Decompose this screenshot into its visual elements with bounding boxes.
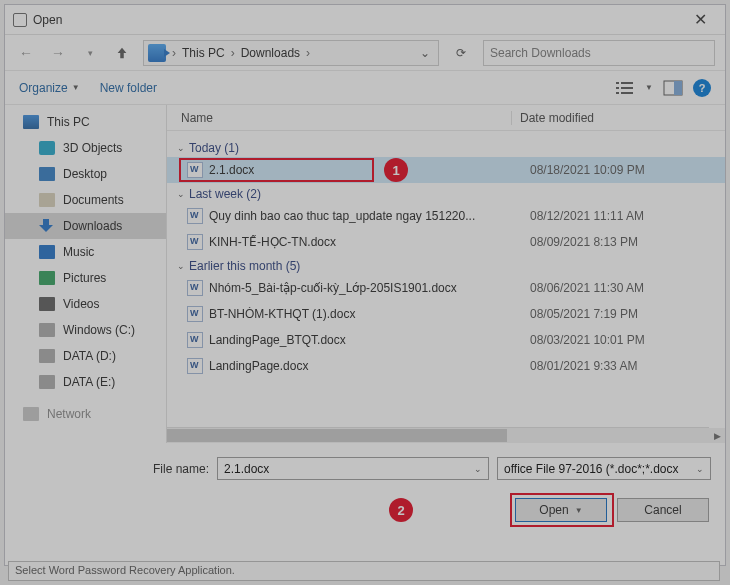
svg-rect-7 [674,81,682,95]
sidebar-item-music[interactable]: Music [5,239,166,265]
open-dialog: Open ✕ ← → ▾ › This PC › Downloads › ⌄ ⟳… [4,4,726,566]
chevron-right-icon: › [227,46,239,60]
view-list-icon[interactable] [615,80,635,96]
help-icon[interactable]: ? [693,79,711,97]
organize-menu[interactable]: Organize ▼ [19,81,80,95]
drive-icon [39,323,55,337]
sidebar-item-data-d[interactable]: DATA (D:) [5,343,166,369]
file-row[interactable]: LandingPage.docx08/01/2021 9:33 AM [167,353,725,379]
view-dropdown[interactable]: ▼ [645,83,653,92]
network-icon [23,407,39,421]
scrollbar-thumb[interactable] [167,429,507,442]
open-button[interactable]: Open ▼ [515,498,607,522]
chevron-right-icon: › [302,46,314,60]
documents-icon [39,193,55,207]
refresh-button[interactable]: ⟳ [449,41,473,65]
sidebar-item-videos[interactable]: Videos [5,291,166,317]
sidebar-item-documents[interactable]: Documents [5,187,166,213]
file-row[interactable]: Quy dinh bao cao thuc tap_update ngay 15… [167,203,725,229]
dialog-title: Open [33,13,684,27]
svg-rect-0 [616,82,619,84]
word-doc-icon [187,332,203,348]
chevron-down-icon[interactable]: ⌄ [474,464,482,474]
column-date[interactable]: Date modified [511,111,725,125]
back-button[interactable]: ← [15,42,37,64]
annotation-callout-1: 1 [384,158,408,182]
chevron-down-icon: ⌄ [177,143,185,153]
word-doc-icon [187,306,203,322]
filename-label: File name: [19,462,209,476]
recent-dropdown[interactable]: ▾ [79,42,101,64]
breadcrumb-dropdown[interactable]: ⌄ [420,46,434,60]
group-today[interactable]: ⌄Today (1) [167,141,725,155]
preview-pane-icon[interactable] [663,80,683,96]
sidebar-item-data-e[interactable]: DATA (E:) [5,369,166,395]
pictures-icon [39,271,55,285]
dialog-icon [13,13,27,27]
sidebar-item-3d-objects[interactable]: 3D Objects [5,135,166,161]
titlebar: Open ✕ [5,5,725,35]
file-row[interactable]: LandingPage_BTQT.docx08/03/2021 10:01 PM [167,327,725,353]
sidebar-item-downloads[interactable]: Downloads [5,213,166,239]
horizontal-scrollbar[interactable]: ▶ [167,427,709,443]
drive-icon [39,375,55,389]
breadcrumb[interactable]: › This PC › Downloads › ⌄ [143,40,439,66]
file-row[interactable]: KINH-TẾ-HỌC-TN.docx08/09/2021 8:13 PM [167,229,725,255]
search-placeholder: Search Downloads [490,46,591,60]
bottom-panel: File name: 2.1.docx ⌄ office File 97-201… [5,443,725,522]
downloads-icon [39,219,55,233]
cancel-button[interactable]: Cancel [617,498,709,522]
search-input[interactable]: Search Downloads [483,40,715,66]
filename-input[interactable]: 2.1.docx ⌄ [217,457,489,480]
sidebar-item-pictures[interactable]: Pictures [5,265,166,291]
group-earlier-month[interactable]: ⌄Earlier this month (5) [167,259,725,273]
toolbar: Organize ▼ New folder ▼ ? [5,71,725,105]
sidebar-item-desktop[interactable]: Desktop [5,161,166,187]
new-folder-button[interactable]: New folder [100,81,157,95]
music-icon [39,245,55,259]
chevron-down-icon: ⌄ [177,261,185,271]
word-doc-icon [187,162,203,178]
background-hint-text: Select Word Password Recovery Applicatio… [8,561,720,581]
svg-rect-1 [621,82,633,84]
crumb-downloads[interactable]: Downloads [241,46,300,60]
filetype-select[interactable]: office File 97-2016 (*.doc*;*.docx ⌄ [497,457,711,480]
svg-rect-3 [621,87,633,89]
column-name[interactable]: Name [181,111,511,125]
navigation-pane: This PC 3D Objects Desktop Documents Dow… [5,105,167,443]
word-doc-icon [187,234,203,250]
word-doc-icon [187,358,203,374]
pc-icon [23,115,39,129]
group-last-week[interactable]: ⌄Last week (2) [167,187,725,201]
drive-icon [39,349,55,363]
sidebar-item-this-pc[interactable]: This PC [5,109,166,135]
downloads-icon [148,44,166,62]
file-row[interactable]: BT-NHÓM-KTHQT (1).docx08/05/2021 7:19 PM [167,301,725,327]
crumb-this-pc[interactable]: This PC [182,46,225,60]
forward-button[interactable]: → [47,42,69,64]
videos-icon [39,297,55,311]
svg-rect-4 [616,92,619,94]
svg-rect-5 [621,92,633,94]
file-row[interactable]: 2.1.docx 08/18/2021 10:09 PM [167,157,725,183]
3d-objects-icon [39,141,55,155]
desktop-icon [39,167,55,181]
chevron-down-icon[interactable]: ⌄ [696,464,704,474]
column-header: Name Date modified [167,105,725,131]
sidebar-item-windows-c[interactable]: Windows (C:) [5,317,166,343]
address-bar: ← → ▾ › This PC › Downloads › ⌄ ⟳ Search… [5,35,725,71]
file-list-pane: Name Date modified ⌄Today (1) 2.1.docx 0… [167,105,725,443]
up-button[interactable] [111,42,133,64]
close-button[interactable]: ✕ [684,6,717,33]
chevron-down-icon: ⌄ [177,189,185,199]
file-row[interactable]: Nhóm-5_Bài-tập-cuối-kỳ_Lớp-205IS1901.doc… [167,275,725,301]
open-split-dropdown[interactable]: ▼ [575,506,583,515]
svg-rect-2 [616,87,619,89]
sidebar-item-network[interactable]: Network [5,401,166,427]
annotation-callout-2: 2 [389,498,413,522]
scroll-right-icon[interactable]: ▶ [709,428,725,443]
word-doc-icon [187,280,203,296]
chevron-down-icon: ▼ [72,83,80,92]
word-doc-icon [187,208,203,224]
